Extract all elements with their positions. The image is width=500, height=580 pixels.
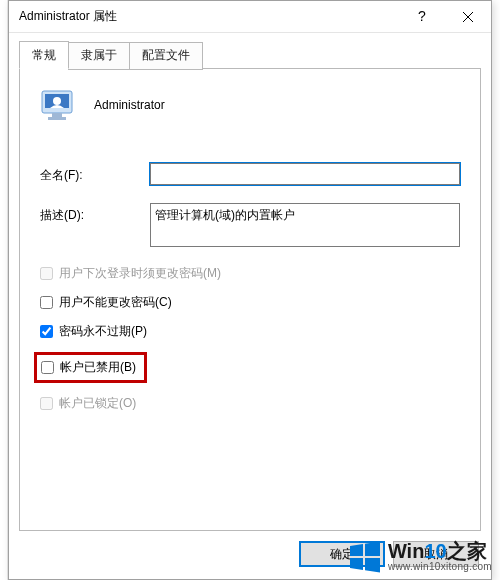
tab-general[interactable]: 常规: [19, 41, 69, 69]
user-header: Administrator: [40, 87, 460, 123]
cant-change-label: 用户不能更改密码(C): [59, 294, 172, 311]
svg-rect-5: [52, 113, 62, 117]
window-title: Administrator 属性: [9, 8, 399, 25]
must-change-label: 用户下次登录时须更改密码(M): [59, 265, 221, 282]
titlebar: Administrator 属性 ?: [9, 1, 491, 33]
svg-rect-6: [48, 117, 66, 120]
user-icon: [40, 87, 76, 123]
never-expire-checkbox[interactable]: [40, 325, 53, 338]
never-expire-label: 密码永不过期(P): [59, 323, 147, 340]
row-description: 描述(D):: [40, 203, 460, 247]
close-button[interactable]: [445, 1, 491, 33]
account-locked-checkbox: [40, 397, 53, 410]
tab-member-of[interactable]: 隶属于: [68, 42, 130, 70]
account-locked-label: 帐户已锁定(O): [59, 395, 136, 412]
background-sliver: [0, 0, 8, 580]
fullname-label: 全名(F):: [40, 163, 150, 184]
tab-strip: 常规 隶属于 配置文件: [19, 41, 481, 69]
account-disabled-checkbox[interactable]: [41, 361, 54, 374]
check-cant-change[interactable]: 用户不能更改密码(C): [40, 294, 460, 311]
fullname-input[interactable]: [150, 163, 460, 185]
must-change-checkbox: [40, 267, 53, 280]
user-display-name: Administrator: [94, 98, 165, 112]
check-never-expire[interactable]: 密码永不过期(P): [40, 323, 460, 340]
properties-dialog: Administrator 属性 ? 常规 隶属于 配置文件: [8, 0, 492, 580]
row-fullname: 全名(F):: [40, 163, 460, 185]
help-button[interactable]: ?: [399, 1, 445, 33]
tab-pane-general: Administrator 全名(F): 描述(D): 用户下次登录时须更改密码…: [19, 68, 481, 531]
check-account-locked: 帐户已锁定(O): [40, 395, 460, 412]
dialog-button-row: 确定 取消: [9, 531, 491, 579]
tab-profile[interactable]: 配置文件: [129, 42, 203, 70]
svg-point-4: [53, 97, 61, 105]
close-icon: [463, 12, 473, 22]
check-account-disabled-row: 帐户已禁用(B): [40, 352, 460, 383]
checkbox-group: 用户下次登录时须更改密码(M) 用户不能更改密码(C) 密码永不过期(P) 帐户…: [40, 265, 460, 412]
description-input[interactable]: [150, 203, 460, 247]
highlight-box: 帐户已禁用(B): [34, 352, 147, 383]
cancel-button[interactable]: 取消: [393, 541, 479, 567]
account-disabled-label: 帐户已禁用(B): [60, 359, 136, 376]
help-icon: ?: [418, 8, 426, 24]
description-label: 描述(D):: [40, 203, 150, 224]
cant-change-checkbox[interactable]: [40, 296, 53, 309]
check-must-change: 用户下次登录时须更改密码(M): [40, 265, 460, 282]
ok-button[interactable]: 确定: [299, 541, 385, 567]
